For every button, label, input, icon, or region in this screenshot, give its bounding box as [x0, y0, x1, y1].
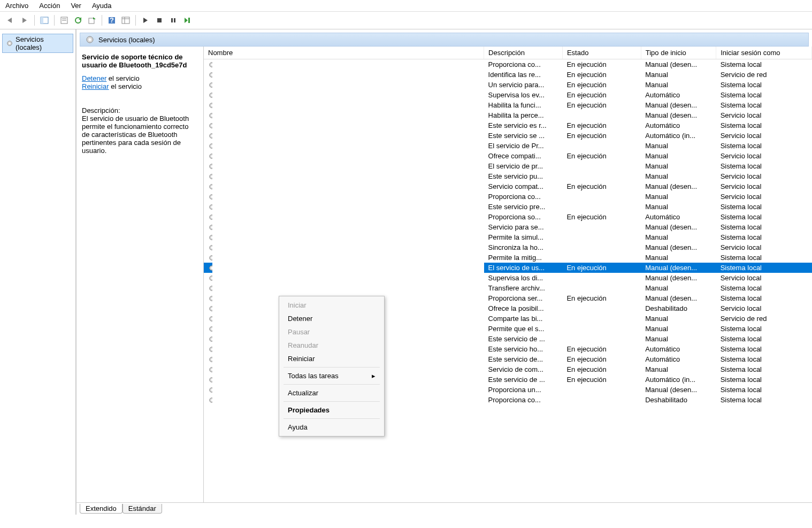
context-menu[interactable]: IniciarDetenerPausarReanudarReiniciarTod… — [279, 296, 385, 437]
pause-service-icon[interactable] — [167, 14, 180, 27]
nav-services-local-label: Servicios (locales) — [16, 35, 70, 51]
service-row[interactable]: Servicio de prueba comercialEl servicio … — [204, 161, 812, 171]
restart-link[interactable]: Reiniciar — [82, 82, 109, 90]
export-icon[interactable] — [86, 14, 98, 27]
menu-file[interactable]: Archivo — [5, 2, 28, 10]
service-logon-as: Sistema local — [716, 212, 812, 222]
menu-help[interactable]: Ayuda — [92, 2, 112, 10]
gear-icon — [208, 152, 212, 160]
tab-standard[interactable]: Estándar — [122, 504, 162, 514]
context-menu-item: Reanudar — [279, 339, 384, 352]
service-row[interactable]: Servicio de solución de problemas recome… — [204, 252, 812, 263]
stop-link[interactable]: Detener — [82, 74, 106, 82]
service-row[interactable]: Servicio de simulación de percepción de … — [204, 232, 812, 242]
service-state: En ejecución — [562, 344, 641, 354]
service-row[interactable]: Servicio de puerta de enlace de nivel de… — [204, 192, 812, 202]
service-state — [562, 385, 641, 395]
service-logon-as: Sistema local — [716, 161, 812, 171]
service-description: Servicio de com... — [484, 364, 563, 374]
restart-service-icon[interactable] — [181, 14, 194, 27]
list-icon[interactable] — [119, 14, 132, 27]
nav-tree[interactable]: Servicios (locales) — [0, 29, 76, 515]
gear-icon — [208, 386, 212, 394]
service-logon-as: Sistema local — [716, 395, 812, 405]
service-row[interactable]: Servicio de Protección contra amenazas a… — [204, 141, 812, 151]
show-hide-tree-icon[interactable] — [38, 14, 51, 27]
properties-icon[interactable] — [58, 14, 71, 27]
service-state — [562, 283, 641, 293]
service-row[interactable]: Servicio de perfil de usuarioEste servic… — [204, 120, 812, 131]
context-menu-item[interactable]: Ayuda — [279, 420, 384, 434]
context-menu-item[interactable]: Detener — [279, 312, 384, 325]
menubar[interactable]: Archivo Acción Ver Ayuda — [0, 0, 812, 12]
service-row[interactable]: Servicio de plataforma de dispositivos c… — [204, 131, 812, 141]
service-state: En ejecución — [562, 263, 641, 273]
service-startup-type: Manual — [641, 70, 716, 80]
service-row[interactable]: Servicio de notificación de eventos de s… — [204, 90, 812, 100]
service-logon-as: Servicio de red — [716, 70, 812, 80]
gear-icon — [208, 366, 212, 373]
column-header-row[interactable]: Nombre Descripción Estado Tipo de inicio… — [204, 47, 812, 59]
service-logon-as: Sistema local — [716, 293, 812, 303]
col-logon-as[interactable]: Iniciar sesión como — [716, 47, 812, 59]
context-menu-item[interactable]: Actualizar — [279, 386, 384, 400]
service-row[interactable]: Servicio de puerta de enlace de audio de… — [204, 181, 812, 192]
service-description: Proporciona co... — [484, 59, 563, 70]
help-icon[interactable]: ? — [105, 14, 118, 27]
service-row[interactable]: Servicio de sincronización de hora de Hy… — [204, 242, 812, 252]
col-description[interactable]: Descripción — [484, 47, 563, 59]
start-service-icon[interactable] — [139, 14, 152, 27]
service-row[interactable]: Servicio de protocolo de túnel de socket… — [204, 151, 812, 161]
service-row[interactable]: Servicio de red de Xbox LiveEste servici… — [204, 202, 812, 212]
toolbar: ? — [0, 12, 812, 29]
service-state — [562, 161, 641, 171]
service-state — [562, 252, 641, 263]
gear-icon — [208, 61, 212, 68]
service-startup-type: Manual (desen... — [641, 222, 716, 232]
service-row[interactable]: Servicio de lista de redesIdentifica las… — [204, 70, 812, 80]
nav-services-local[interactable]: Servicios (locales) — [2, 34, 73, 53]
service-row[interactable]: Servicio de publicación de nombres de eq… — [204, 171, 812, 181]
service-row[interactable]: Servicio de transfer o (BITS)Transfiere … — [204, 283, 812, 293]
service-description: Este servicio se ... — [484, 131, 563, 141]
menu-view[interactable]: Ver — [71, 2, 81, 10]
menu-action[interactable]: Acción — [39, 2, 60, 10]
tab-extended[interactable]: Extendido — [80, 504, 122, 514]
back-icon[interactable] — [4, 14, 17, 27]
service-row[interactable]: Servicio de soporte t... 19cd5e7dEl serv… — [204, 263, 812, 273]
service-startup-type: Automático — [641, 344, 716, 354]
col-name[interactable]: Nombre — [204, 47, 484, 59]
service-row[interactable]: Servicio de mejora de visualizaciónUn se… — [204, 80, 812, 90]
stop-service-icon[interactable] — [153, 14, 166, 27]
svg-point-17 — [9, 42, 11, 44]
context-menu-item[interactable]: Todas las tareas▸ — [279, 369, 384, 382]
col-startup-type[interactable]: Tipo de inicio — [641, 47, 716, 59]
service-logon-as: Sistema local — [716, 364, 812, 374]
service-description: Este servicio es r... — [484, 120, 563, 131]
context-menu-item[interactable]: Propiedades — [279, 403, 384, 417]
service-state: En ejecución — [562, 131, 641, 141]
service-row[interactable]: Servicio de supervisSupervisa los di...M… — [204, 273, 812, 283]
service-state — [562, 313, 641, 324]
service-logon-as: Sistema local — [716, 232, 812, 242]
gear-icon — [208, 132, 212, 140]
forward-icon[interactable] — [18, 14, 31, 27]
services-grid[interactable]: Nombre Descripción Estado Tipo de inicio… — [204, 47, 812, 502]
service-row[interactable]: Servicio de sensoresServicio para se...M… — [204, 222, 812, 232]
service-row[interactable]: Servicio de repositorio de estadoProporc… — [204, 212, 812, 222]
gear-icon — [208, 254, 212, 262]
service-row[interactable]: Servicio de percepción de WindowsHabilit… — [204, 110, 812, 120]
service-description: Proporciona ser... — [484, 293, 563, 303]
service-startup-type: Manual — [641, 313, 716, 324]
context-menu-item[interactable]: Reiniciar — [279, 352, 384, 365]
service-logon-as: Sistema local — [716, 222, 812, 232]
col-state[interactable]: Estado — [562, 47, 641, 59]
service-logon-as: Sistema local — [716, 374, 812, 385]
service-startup-type: Manual (desen... — [641, 293, 716, 303]
service-logon-as: Sistema local — [716, 354, 812, 364]
service-state: En ejecución — [562, 70, 641, 80]
service-description: Ofrece la posibil... — [484, 303, 563, 313]
service-row[interactable]: Servicio de licencia de cliente (ClipSVC… — [204, 59, 812, 70]
service-row[interactable]: Servicio de Panel de escritura a mano y … — [204, 100, 812, 110]
refresh-icon[interactable] — [72, 14, 85, 27]
